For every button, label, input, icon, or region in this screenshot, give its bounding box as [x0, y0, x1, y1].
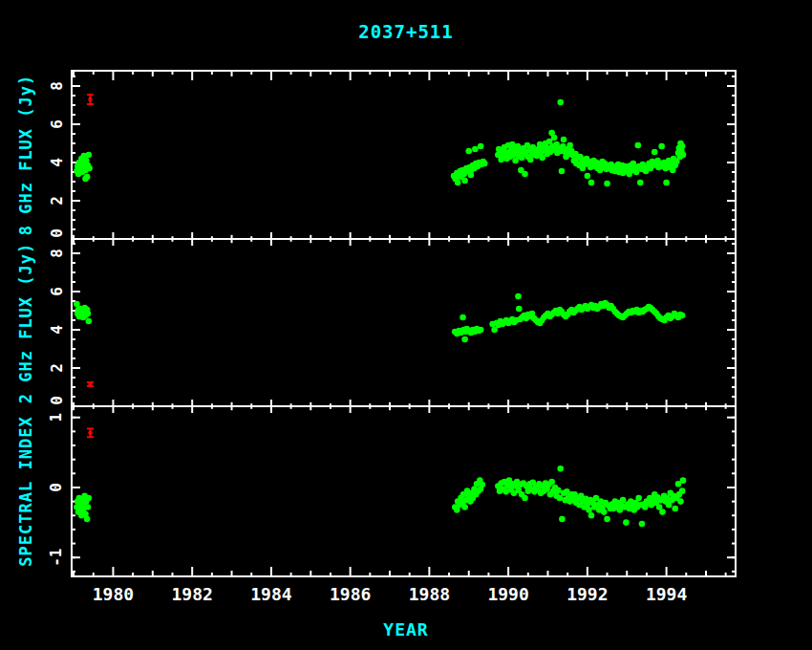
svg-text:1994: 1994 [646, 584, 688, 604]
svg-text:1: 1 [48, 413, 66, 422]
svg-text:4: 4 [48, 158, 66, 167]
svg-text:4: 4 [48, 325, 66, 335]
svg-text:1980: 1980 [93, 584, 134, 604]
svg-text:1984: 1984 [250, 584, 292, 604]
svg-text:0: 0 [48, 396, 66, 405]
svg-text:1990: 1990 [487, 584, 528, 604]
svg-text:8: 8 [48, 249, 66, 258]
light-curve-plot: 1980198219841986198819901992199402468024… [0, 0, 812, 650]
svg-text:2: 2 [48, 196, 66, 206]
svg-text:6: 6 [48, 287, 66, 296]
y-axis-label-8ghz-flux: 8 GHz FLUX (Jy) [16, 75, 35, 236]
y-axis-label-spectral-index: SPECTRAL INDEX [16, 416, 35, 566]
y-axis-label-2ghz-flux: 2 GHz FLUX (Jy) [16, 243, 35, 404]
figure-2037+511: 2037+511 8 GHz FLUX (Jy) 2 GHz FLUX (Jy)… [0, 0, 812, 650]
svg-text:8: 8 [48, 81, 66, 91]
svg-text:6: 6 [48, 119, 66, 129]
source-title: 2037+511 [0, 21, 812, 42]
svg-text:1986: 1986 [330, 584, 371, 604]
svg-text:0: 0 [48, 228, 66, 238]
svg-text:2: 2 [48, 363, 66, 373]
svg-text:1992: 1992 [566, 584, 608, 604]
svg-text:1982: 1982 [171, 584, 212, 604]
x-axis-label-year: YEAR [0, 619, 812, 639]
svg-text:1988: 1988 [409, 584, 450, 604]
svg-text:-1: -1 [48, 549, 66, 567]
svg-text:0: 0 [48, 483, 66, 492]
